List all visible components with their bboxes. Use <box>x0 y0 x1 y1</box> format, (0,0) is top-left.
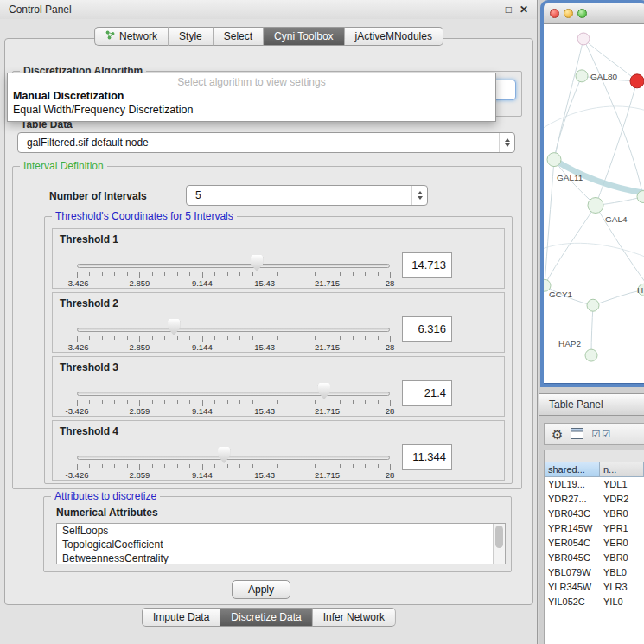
scale-label: 9.144 <box>192 342 213 352</box>
tab-jactivemnodules[interactable]: jActiveMNodules <box>345 27 443 46</box>
table-row[interactable]: YBR043CYBR0 <box>545 507 644 521</box>
table-cell: YIL0 <box>600 595 644 609</box>
number-of-intervals-label: Number of Intervals <box>49 190 147 202</box>
tab-impute-data[interactable]: Impute Data <box>142 608 220 627</box>
zoom-button[interactable] <box>577 9 587 18</box>
slider-thumb[interactable] <box>168 319 180 335</box>
tab-label: Style <box>179 30 202 42</box>
table-row[interactable]: YBR045CYBR0 <box>545 551 644 565</box>
network-nodes: GAL80GAL11GAL4GCY1HAP2H <box>544 33 644 361</box>
attribute-item[interactable]: TopologicalCoefficient <box>57 538 505 552</box>
network-node[interactable] <box>630 74 644 88</box>
tab-discretize-data[interactable]: Discretize Data <box>220 608 312 627</box>
gear-icon[interactable]: ⚙ <box>552 428 563 441</box>
network-node-label: GCY1 <box>549 290 573 299</box>
slider-scale: -3.4262.8599.14415.4321.71528 <box>77 406 390 417</box>
threshold-slider[interactable]: -3.4262.8599.14415.4321.71528 <box>60 316 399 352</box>
network-node-hap2[interactable] <box>585 349 597 361</box>
network-node[interactable] <box>587 299 599 311</box>
network-node-gal4[interactable] <box>588 198 603 214</box>
slider-scale: -3.4262.8599.14415.4321.71528 <box>77 278 390 289</box>
column-header-shared[interactable]: shared... <box>545 462 600 477</box>
table-row[interactable]: YIL052CYIL0 <box>545 595 644 609</box>
table-data-selected-value: galFiltered.sif default node <box>18 137 149 149</box>
select-all-columns-icon[interactable]: ☑ <box>591 429 600 440</box>
table-row[interactable]: YER054CYER0 <box>545 536 644 551</box>
scale-label: 15.43 <box>254 278 275 288</box>
threshold-value-field[interactable]: 11.344 <box>402 444 452 470</box>
table-rows: YDL19...YDL1YDR27...YDR2YBR043CYBR0YPR14… <box>545 477 644 644</box>
table-row[interactable]: YDL19...YDL1 <box>545 477 644 492</box>
tab-infer-network[interactable]: Infer Network <box>313 608 396 627</box>
network-node-gal11[interactable] <box>547 153 561 167</box>
attribute-item[interactable]: BetweennessCentrality <box>57 552 505 564</box>
tab-label: Infer Network <box>323 611 385 623</box>
threshold-slider[interactable]: -3.4262.8599.14415.4321.71528 <box>60 443 399 480</box>
table-row[interactable]: YPR145WYPR1 <box>545 521 644 536</box>
threshold-value-field[interactable]: 6.316 <box>402 316 452 342</box>
network-view-window: GAL80GAL11GAL4GCY1HAP2H <box>540 0 644 387</box>
scale-label: 21.715 <box>315 342 340 352</box>
algorithm-option-manual-discretization[interactable]: Manual Discretization <box>8 89 495 103</box>
threshold-panel-2: Threshold 2-3.4262.8599.14415.4321.71528… <box>52 292 505 353</box>
apply-button[interactable]: Apply <box>232 580 290 599</box>
window-buttons: □ ✕ <box>506 3 528 16</box>
number-of-intervals-combobox[interactable]: 5 <box>186 185 428 206</box>
algorithm-dropdown-popup: Select algorithm to view settings Manual… <box>7 73 496 122</box>
table-cell: YBR0 <box>600 507 644 521</box>
tab-network[interactable]: Network <box>94 27 169 46</box>
attributes-to-discretize-label: Attributes to discretize <box>51 490 160 502</box>
scale-label: 21.715 <box>315 406 340 416</box>
algorithm-option-equal-width-frequency[interactable]: Equal Width/Frequency Discretization <box>8 103 495 117</box>
table-row[interactable]: YDR27...YDR2 <box>545 492 644 507</box>
scrollbar-thumb[interactable] <box>495 526 503 548</box>
close-button[interactable] <box>550 9 559 18</box>
tab-select[interactable]: Select <box>214 27 264 46</box>
tab-label: Discretize Data <box>231 611 301 623</box>
attribute-item[interactable]: SelfLoops <box>57 524 505 538</box>
attributes-scrollbar[interactable] <box>493 524 505 564</box>
network-graph: GAL80GAL11GAL4GCY1HAP2H <box>544 24 644 383</box>
combo-stepper-icon <box>411 186 427 205</box>
scale-label: 2.859 <box>130 342 150 352</box>
table-cell: YPR1 <box>600 521 644 536</box>
threshold-slider[interactable]: -3.4262.8599.14415.4321.71528 <box>60 379 399 416</box>
columns-icon[interactable] <box>571 428 583 441</box>
column-header-n[interactable]: n... <box>600 462 644 477</box>
network-node[interactable] <box>577 33 590 45</box>
threshold-value-field[interactable]: 21.4 <box>402 380 452 406</box>
tab-cyni-toolbox[interactable]: Cyni Toolbox <box>264 27 344 46</box>
tab-label: jActiveMNodules <box>355 30 432 42</box>
table-data-combobox[interactable]: galFiltered.sif default node <box>17 132 515 153</box>
threshold-panel-1: Threshold 1-3.4262.8599.14415.4321.71528… <box>52 228 505 289</box>
network-node-label: GAL4 <box>605 214 628 224</box>
threshold-label: Threshold 3 <box>60 361 118 373</box>
close-window-button[interactable]: ✕ <box>520 3 528 16</box>
table-row[interactable]: YLR345WYLR3 <box>545 580 644 595</box>
scale-label: 28 <box>386 406 395 416</box>
tab-label: Select <box>224 30 252 42</box>
select-columns-icon[interactable]: ☑ <box>602 429 610 440</box>
table-panel-title: Table Panel <box>549 399 603 411</box>
slider-thumb[interactable] <box>251 255 263 271</box>
table-cell: YBL0 <box>600 565 644 580</box>
threshold-value-field[interactable]: 14.713 <box>402 252 452 278</box>
slider-thumb[interactable] <box>218 447 230 463</box>
attributes-to-discretize-group: Attributes to discretize Numerical Attri… <box>43 496 512 572</box>
column-check-icons: ☑ ☑ <box>591 429 610 440</box>
network-canvas[interactable]: GAL80GAL11GAL4GCY1HAP2H <box>544 24 644 383</box>
table-toolbar: ⚙ ☑ ☑ <box>544 423 644 445</box>
float-window-button[interactable]: □ <box>506 3 512 16</box>
slider-thumb[interactable] <box>318 383 330 399</box>
threshold-list: Threshold 1-3.4262.8599.14415.4321.71528… <box>45 217 512 483</box>
scale-label: -3.426 <box>66 278 89 288</box>
numerical-attributes-label: Numerical Attributes <box>56 507 158 519</box>
minimize-button[interactable] <box>564 9 573 18</box>
scale-label: 2.859 <box>130 470 150 480</box>
network-node-label: GAL11 <box>557 173 583 182</box>
threshold-slider[interactable]: -3.4262.8599.14415.4321.71528 <box>60 252 399 288</box>
tab-style[interactable]: Style <box>169 27 214 46</box>
network-node-gal80[interactable] <box>576 70 588 82</box>
table-row[interactable]: YBL079WYBL0 <box>545 565 644 580</box>
network-node-label: HAP2 <box>558 339 582 348</box>
